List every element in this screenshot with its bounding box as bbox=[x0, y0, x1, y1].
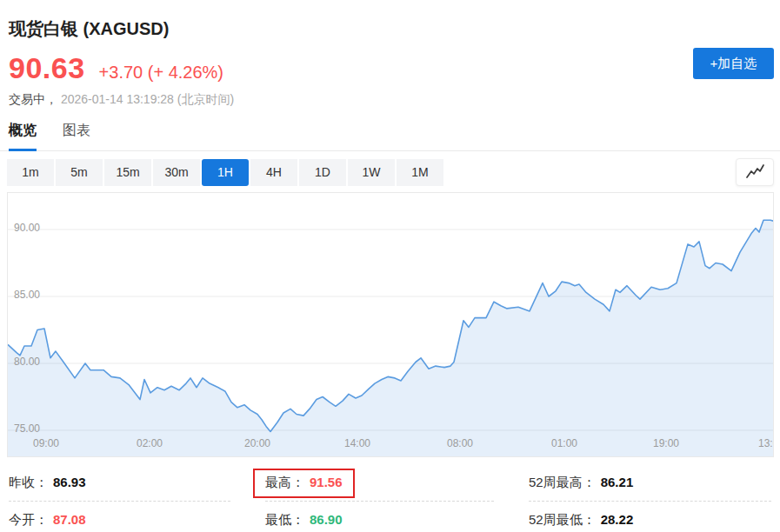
quote-page: 现货白银 (XAGUSD) 90.63 +3.70 (+ 4.26%) 交易中，… bbox=[0, 0, 780, 532]
x-tick-19:00: 19:00 bbox=[653, 437, 679, 449]
range-button-1D[interactable]: 1D bbox=[299, 159, 346, 186]
status-row: 交易中， 2026-01-14 13:19:28 (北京时间) bbox=[9, 92, 771, 108]
quote-timestamp: 2026-01-14 13:19:28 (北京时间) bbox=[61, 92, 234, 106]
price-area-chart bbox=[8, 193, 774, 457]
trend-line-icon bbox=[743, 163, 766, 181]
range-button-1m[interactable]: 1m bbox=[7, 159, 54, 186]
chart-toolbar: 1m5m15m30m1H4H1D1W1M bbox=[7, 158, 774, 186]
stat-label: 最低： bbox=[265, 512, 304, 527]
range-button-1W[interactable]: 1W bbox=[348, 159, 395, 186]
x-tick-01:00: 01:00 bbox=[551, 437, 577, 449]
stat-value: 28.22 bbox=[601, 512, 634, 527]
instrument-title: 现货白银 (XAGUSD) bbox=[9, 17, 771, 41]
stat-最低: 最低：86.90 bbox=[265, 502, 494, 532]
range-button-5m[interactable]: 5m bbox=[56, 159, 103, 186]
stat-label: 今开： bbox=[9, 512, 48, 527]
range-buttons: 1m5m15m30m1H4H1D1W1M bbox=[7, 159, 443, 186]
stat-52周最低: 52周最低：28.22 bbox=[529, 502, 771, 532]
stat-value: 91.56 bbox=[310, 475, 343, 489]
stat-今开: 今开：87.08 bbox=[9, 502, 230, 532]
stat-最高: 最高：91.56 bbox=[265, 464, 494, 502]
x-tick-20:00: 20:00 bbox=[244, 437, 270, 449]
price-row: 90.63 +3.70 (+ 4.26%) bbox=[9, 51, 771, 85]
x-tick-02:00: 02:00 bbox=[137, 437, 163, 449]
tab-图表[interactable]: 图表 bbox=[63, 122, 90, 150]
stat-label: 昨收： bbox=[9, 475, 48, 489]
y-tick-75.00: 75.00 bbox=[14, 422, 40, 435]
chart-style-button[interactable] bbox=[736, 158, 774, 186]
price-area-fill bbox=[8, 220, 774, 457]
highlight-box: 最高：91.56 bbox=[253, 469, 355, 498]
price-chart[interactable]: 90.0085.0080.0075.00 09:0002:0020:0014:0… bbox=[7, 192, 774, 457]
last-price: 90.63 bbox=[9, 51, 85, 85]
x-tick-09:00: 09:00 bbox=[33, 437, 59, 449]
stat-value: 86.93 bbox=[53, 475, 86, 489]
range-button-4H[interactable]: 4H bbox=[250, 159, 297, 186]
price-change: +3.70 (+ 4.26%) bbox=[99, 63, 223, 83]
x-tick-08:00: 08:00 bbox=[447, 437, 473, 449]
stat-value: 86.21 bbox=[601, 475, 634, 489]
tabs: 概览图表 bbox=[0, 122, 780, 151]
stat-label: 最高： bbox=[265, 475, 304, 489]
quote-header: 现货白银 (XAGUSD) 90.63 +3.70 (+ 4.26%) 交易中，… bbox=[0, 0, 780, 108]
tab-概览[interactable]: 概览 bbox=[9, 122, 37, 150]
stat-昨收: 昨收：86.93 bbox=[9, 464, 230, 502]
y-tick-80.00: 80.00 bbox=[14, 356, 40, 368]
stat-label: 52周最高： bbox=[529, 475, 596, 489]
range-button-30m[interactable]: 30m bbox=[153, 159, 200, 186]
stat-label: 52周最低： bbox=[529, 512, 596, 527]
range-button-15m[interactable]: 15m bbox=[104, 159, 151, 186]
add-watchlist-button[interactable]: +加自选 bbox=[693, 48, 774, 79]
trading-status: 交易中， bbox=[9, 92, 57, 106]
y-tick-85.00: 85.00 bbox=[14, 289, 40, 301]
stat-52周最高: 52周最高：86.21 bbox=[529, 464, 771, 502]
range-button-1H[interactable]: 1H bbox=[202, 159, 249, 186]
x-tick-14:00: 14:00 bbox=[344, 437, 370, 449]
y-tick-90.00: 90.00 bbox=[14, 222, 40, 234]
stat-value: 86.90 bbox=[310, 512, 343, 527]
range-button-1M[interactable]: 1M bbox=[397, 159, 443, 186]
stat-value: 87.08 bbox=[53, 512, 86, 527]
x-tick-13:00: 13:00 bbox=[758, 437, 774, 449]
quote-stats: 昨收：86.93最高：91.5652周最高：86.21今开：87.08最低：86… bbox=[9, 464, 771, 532]
